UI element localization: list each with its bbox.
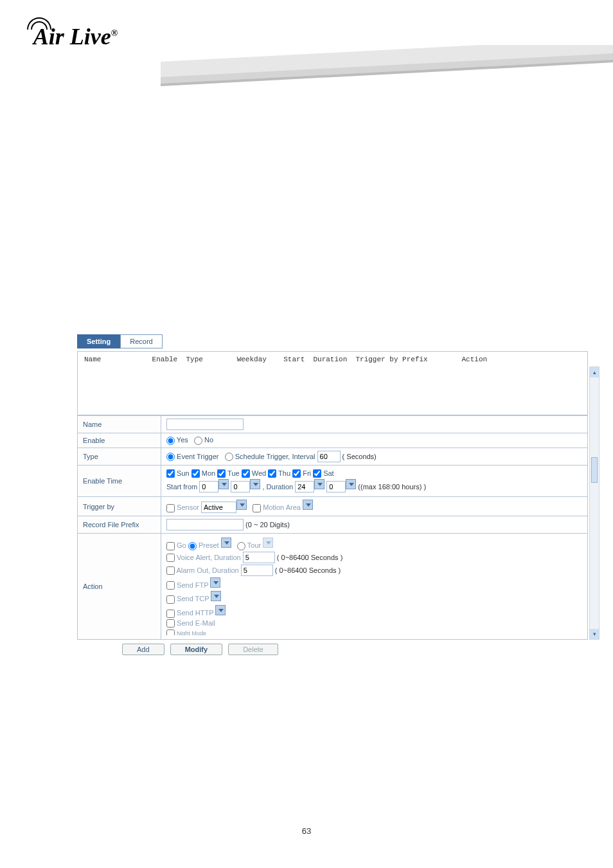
voice-label: Voice Alert, Duration	[177, 554, 241, 561]
voice-input[interactable]	[243, 552, 275, 563]
settings-table: Name Enable Yes No Type Event Trigger	[77, 415, 588, 640]
go-check[interactable]	[166, 542, 175, 550]
http-dd[interactable]	[215, 605, 226, 615]
tcp-check[interactable]	[166, 595, 175, 604]
seconds-label: ( Seconds)	[342, 453, 377, 460]
page-number: 63	[0, 826, 613, 836]
tab-bar: Setting Record	[77, 334, 588, 348]
label-type: Type	[78, 448, 161, 465]
day-sun-label: Sun	[177, 469, 190, 477]
tab-setting[interactable]: Setting	[77, 334, 120, 348]
tour-radio[interactable]	[237, 542, 245, 550]
dur-hour[interactable]	[295, 481, 314, 493]
start-from-label: Start from	[166, 483, 197, 491]
type-event-label: Event Trigger	[177, 453, 218, 460]
dur-hour-dd[interactable]	[314, 479, 324, 489]
day-tue[interactable]	[217, 469, 226, 478]
modify-button[interactable]: Modify	[170, 644, 222, 655]
scroll-up-icon[interactable]: ▴	[590, 367, 599, 377]
start-hour-dd[interactable]	[218, 479, 229, 489]
label-action: Action	[78, 534, 161, 640]
email-check[interactable]	[166, 619, 175, 628]
label-enable-time: Enable Time	[78, 465, 161, 497]
label-name: Name	[78, 416, 161, 433]
day-fri[interactable]	[292, 469, 301, 478]
scroll-down-icon[interactable]: ▾	[590, 629, 599, 639]
voice-hint: ( 0~86400 Seconds )	[277, 554, 342, 561]
prefix-hint: (0 ~ 20 Digits)	[245, 521, 290, 529]
day-wed-label: Wed	[252, 469, 266, 477]
day-sun[interactable]	[166, 469, 175, 478]
alarm-check[interactable]	[166, 566, 175, 575]
tcp-dd[interactable]	[211, 591, 221, 601]
motion-label: Motion Area	[263, 503, 301, 511]
voice-check[interactable]	[166, 554, 175, 562]
dur-min[interactable]	[326, 481, 346, 493]
prefix-input[interactable]	[166, 519, 244, 530]
preset-radio[interactable]	[188, 542, 197, 550]
ftp-dd[interactable]	[210, 577, 220, 588]
motion-check[interactable]	[253, 504, 261, 512]
tcp-label: Send TCP	[177, 595, 209, 602]
sensor-check[interactable]	[166, 504, 175, 512]
logo: Air Live®	[27, 23, 155, 50]
day-sat-label: Sat	[323, 469, 334, 477]
name-input[interactable]	[166, 419, 244, 430]
http-label: Send HTTP	[177, 609, 213, 617]
sensor-dd[interactable]	[236, 500, 247, 510]
enable-yes-label: Yes	[177, 436, 188, 444]
duration-label: Duration	[267, 483, 294, 491]
wifi-icon	[27, 17, 50, 33]
start-min-dd[interactable]	[250, 479, 260, 489]
event-list: Name Enable Type Weekday Start Duration …	[77, 351, 588, 415]
start-hour[interactable]	[199, 481, 218, 493]
dur-min-dd[interactable]	[346, 479, 356, 489]
preset-label: Preset	[199, 541, 219, 549]
tab-record[interactable]: Record	[120, 334, 162, 348]
frag-check[interactable]	[166, 629, 175, 635]
day-fri-label: Fri	[303, 469, 311, 477]
enable-no-radio[interactable]	[194, 437, 202, 445]
day-wed[interactable]	[242, 469, 250, 478]
scrollbar[interactable]: ▴ ▾	[589, 366, 600, 640]
ftp-label: Send FTP	[177, 581, 208, 589]
day-thu[interactable]	[268, 469, 276, 478]
motion-dd[interactable]	[303, 500, 313, 510]
label-prefix: Record File Prefix	[78, 516, 161, 534]
type-schedule-label: Schedule Trigger, Interval	[235, 453, 315, 460]
email-label: Send E-Mail	[177, 619, 215, 627]
label-trigger: Trigger by	[78, 497, 161, 516]
day-mon[interactable]	[191, 469, 200, 478]
type-event-radio[interactable]	[166, 453, 175, 461]
logo-reg: ®	[111, 28, 118, 38]
sensor-value[interactable]	[201, 502, 236, 513]
add-button[interactable]: Add	[122, 644, 164, 655]
max-hours-label: ((max 168:00 hours) )	[358, 483, 426, 491]
tour-label: Tour	[247, 541, 261, 549]
tour-dd[interactable]	[263, 538, 273, 548]
alarm-hint: ( 0~86400 Seconds )	[275, 566, 341, 574]
sensor-label: Sensor	[177, 503, 199, 511]
label-enable: Enable	[78, 433, 161, 448]
preset-dd[interactable]	[221, 538, 231, 548]
enable-yes-radio[interactable]	[166, 437, 175, 445]
modify-button-label: Modify	[185, 646, 208, 653]
http-check[interactable]	[166, 610, 175, 618]
go-label: Go	[177, 541, 186, 549]
alarm-label: Alarm Out, Duration	[176, 566, 238, 574]
settings-panel: Setting Record Name Enable Type Weekday …	[77, 334, 588, 655]
button-row: Add Modify Delete	[77, 644, 588, 655]
day-tue-label: Tue	[227, 469, 240, 477]
alarm-input[interactable]	[241, 565, 273, 576]
delete-button[interactable]: Delete	[228, 644, 278, 655]
day-sat[interactable]	[313, 469, 321, 478]
type-schedule-radio[interactable]	[225, 453, 233, 461]
enable-no-label: No	[204, 436, 213, 444]
day-thu-label: Thu	[278, 469, 290, 477]
scroll-thumb[interactable]	[591, 457, 598, 483]
start-min[interactable]	[231, 481, 250, 493]
ftp-check[interactable]	[166, 581, 175, 590]
header-stripe	[161, 45, 613, 103]
interval-input[interactable]	[317, 451, 341, 462]
day-mon-label: Mon	[202, 469, 215, 477]
